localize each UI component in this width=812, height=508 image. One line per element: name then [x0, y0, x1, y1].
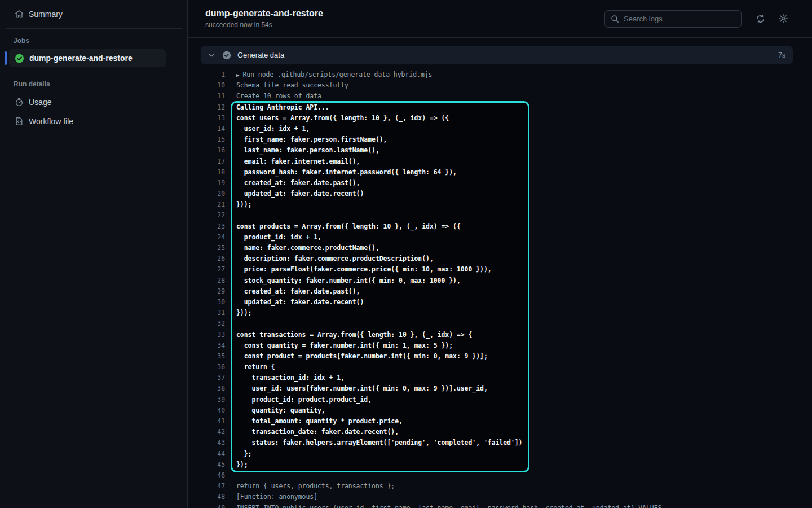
- log-line: 18 password_hash: faker.internet.passwor…: [201, 167, 812, 178]
- log-panel: Generate data 7s 1▶Run node .github/scri…: [188, 46, 812, 508]
- line-number[interactable]: 37: [201, 373, 225, 383]
- sidebar-item-workflow-file[interactable]: Workflow file: [9, 112, 166, 131]
- workflow-run-page: Summary Jobs dump-generate-and-restore R…: [0, 0, 812, 508]
- line-number[interactable]: 31: [201, 308, 225, 318]
- line-number[interactable]: 29: [201, 286, 225, 297]
- log-line: 36 return {: [201, 362, 812, 373]
- log-line: 26 description: faker.commerce.productDe…: [201, 253, 812, 264]
- chevron-down-icon[interactable]: [208, 52, 215, 59]
- sidebar-item-usage[interactable]: Usage: [9, 93, 166, 112]
- line-number[interactable]: 45: [201, 459, 225, 470]
- log-text: quantity: quantity,: [236, 405, 325, 416]
- line-number[interactable]: 43: [201, 437, 225, 448]
- log-text: updated_at: faker.date.recent(): [236, 189, 364, 199]
- step-header-generate-data[interactable]: Generate data 7s: [201, 46, 793, 64]
- line-number[interactable]: 20: [201, 189, 225, 199]
- line-number[interactable]: 22: [201, 210, 225, 221]
- refresh-icon: [756, 14, 765, 24]
- log-line: 27 price: parseFloat(faker.commerce.pric…: [201, 264, 812, 275]
- main-panel: dump-generate-and-restore succeeded now …: [188, 0, 812, 508]
- log-text: password_hash: faker.internet.password({…: [236, 167, 457, 178]
- log-text: Schema file read successfully: [236, 80, 348, 91]
- line-number[interactable]: 27: [201, 264, 225, 275]
- line-number[interactable]: 14: [201, 124, 225, 134]
- log-line: 31}));: [201, 308, 812, 318]
- log-text: const transactions = Array.from({ length…: [236, 330, 472, 340]
- log-text: user_id: users[faker.number.int({ min: 0…: [236, 383, 488, 394]
- line-number[interactable]: 17: [201, 156, 225, 167]
- line-number[interactable]: 23: [201, 221, 225, 232]
- log-line: 41 total_amount: quantity * product.pric…: [201, 416, 812, 427]
- log-line: 29 created_at: faker.date.past(),: [201, 286, 812, 297]
- line-number[interactable]: 38: [201, 383, 225, 394]
- line-number[interactable]: 25: [201, 243, 225, 253]
- log-text: transaction_date: faker.date.recent(),: [236, 427, 399, 437]
- line-number[interactable]: 34: [201, 340, 225, 351]
- line-number[interactable]: 15: [201, 134, 225, 145]
- log-line: 34 const quantity = faker.number.int({ m…: [201, 340, 812, 351]
- line-number[interactable]: 10: [201, 80, 225, 91]
- log-line: 11Create 10 rows of data: [201, 91, 812, 102]
- line-number[interactable]: 36: [201, 362, 225, 373]
- search-input[interactable]: [624, 15, 735, 23]
- sidebar-job-row: dump-generate-and-restore: [9, 49, 166, 67]
- log-text: name: faker.commerce.productName(),: [236, 243, 379, 253]
- line-number[interactable]: 32: [201, 318, 225, 329]
- line-number[interactable]: 41: [201, 416, 225, 427]
- log-text: transaction_id: idx + 1,: [236, 373, 345, 383]
- settings-button[interactable]: [778, 14, 788, 24]
- line-number[interactable]: 28: [201, 275, 225, 286]
- line-number[interactable]: 21: [201, 199, 225, 210]
- search-icon: [611, 15, 619, 23]
- line-number[interactable]: 33: [201, 330, 225, 340]
- line-number[interactable]: 47: [201, 481, 225, 492]
- log-text: description: faker.commerce.productDescr…: [236, 253, 434, 264]
- line-number[interactable]: 12: [201, 102, 225, 113]
- log-text: status: faker.helpers.arrayElement(['pen…: [236, 437, 522, 448]
- line-number[interactable]: 35: [201, 351, 225, 362]
- line-number[interactable]: 18: [201, 167, 225, 178]
- line-number[interactable]: 46: [201, 470, 225, 481]
- line-number[interactable]: 30: [201, 297, 225, 308]
- sidebar-item-job-dump-generate-and-restore[interactable]: dump-generate-and-restore: [9, 49, 166, 67]
- sidebar-item-label: Summary: [29, 10, 63, 19]
- line-number[interactable]: 26: [201, 253, 225, 264]
- sidebar-item-summary[interactable]: Summary: [9, 5, 166, 24]
- line-number[interactable]: 1: [201, 69, 225, 80]
- line-number[interactable]: 24: [201, 232, 225, 243]
- refresh-button[interactable]: [756, 14, 765, 24]
- success-check-icon: [15, 54, 24, 63]
- line-number[interactable]: 11: [201, 91, 225, 102]
- line-number[interactable]: 40: [201, 405, 225, 416]
- header-controls: [604, 10, 788, 28]
- log-text: });: [236, 459, 248, 470]
- log-line: 20 updated_at: faker.date.recent(): [201, 189, 812, 199]
- selected-accent-bar: [5, 51, 7, 65]
- line-number[interactable]: 42: [201, 427, 225, 437]
- job-name-label: dump-generate-and-restore: [29, 54, 133, 63]
- log-text: total_amount: quantity * product.price,: [236, 416, 403, 427]
- log-text: }));: [236, 199, 251, 210]
- sidebar-item-label: Workflow file: [29, 117, 73, 126]
- sidebar: Summary Jobs dump-generate-and-restore R…: [0, 0, 188, 508]
- log-line: 45});: [201, 459, 812, 470]
- log-text: created_at: faker.date.past(),: [236, 286, 360, 297]
- line-number[interactable]: 16: [201, 145, 225, 156]
- log-text: Create 10 rows of data: [236, 91, 321, 102]
- log-text: INSERT INTO public.users (user_id, first…: [236, 503, 661, 508]
- line-number[interactable]: 19: [201, 178, 225, 189]
- line-number[interactable]: 49: [201, 503, 225, 508]
- log-line: 23const products = Array.from({ length: …: [201, 221, 812, 232]
- sidebar-item-label: Usage: [29, 98, 51, 107]
- log-line: 38 user_id: users[faker.number.int({ min…: [201, 383, 812, 394]
- line-number[interactable]: 44: [201, 449, 225, 459]
- expand-arrow-icon[interactable]: ▶: [236, 72, 239, 78]
- line-number[interactable]: 48: [201, 492, 225, 502]
- page-title: dump-generate-and-restore: [205, 8, 323, 19]
- log-line: 35 const product = products[faker.number…: [201, 351, 812, 362]
- log-line: 25 name: faker.commerce.productName(),: [201, 243, 812, 253]
- line-number[interactable]: 39: [201, 395, 225, 405]
- line-number[interactable]: 13: [201, 113, 225, 124]
- log-text: ▶Run node .github/scripts/generate-data-…: [236, 69, 432, 80]
- log-text: const product = products[faker.number.in…: [236, 351, 488, 362]
